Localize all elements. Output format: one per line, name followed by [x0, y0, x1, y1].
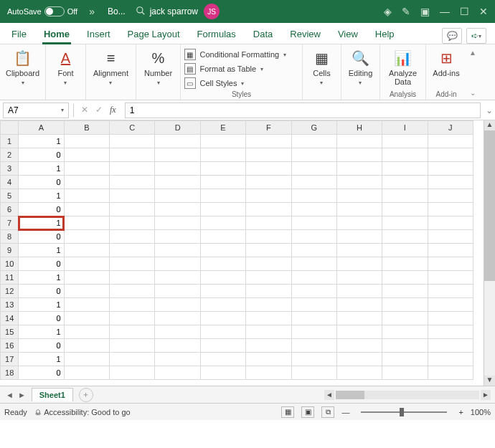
maximize-icon[interactable]: ☐: [460, 6, 469, 17]
cell[interactable]: [64, 148, 109, 162]
column-header[interactable]: J: [428, 121, 473, 135]
cell[interactable]: [155, 176, 200, 189]
cell[interactable]: [110, 325, 155, 339]
cell[interactable]: [336, 244, 382, 257]
cell[interactable]: [336, 203, 382, 216]
tab-review[interactable]: Review: [283, 24, 328, 44]
cell[interactable]: [428, 298, 473, 312]
cell[interactable]: [200, 298, 245, 312]
scroll-right-icon[interactable]: ►: [481, 390, 491, 400]
cell[interactable]: [336, 216, 382, 230]
cell[interactable]: [110, 244, 155, 257]
cell[interactable]: [246, 271, 291, 285]
cell[interactable]: [200, 339, 245, 353]
cell[interactable]: [155, 189, 200, 203]
cell[interactable]: [200, 366, 245, 380]
row-header[interactable]: 3: [1, 162, 19, 176]
cell[interactable]: [110, 285, 155, 298]
quick-access-more-icon[interactable]: »: [82, 6, 102, 17]
cell[interactable]: [428, 162, 473, 176]
cell[interactable]: [200, 176, 245, 189]
cell[interactable]: [382, 285, 428, 298]
cell[interactable]: [291, 244, 336, 257]
row-header[interactable]: 11: [1, 271, 19, 285]
comments-button[interactable]: 💬: [442, 28, 462, 44]
cell[interactable]: [246, 230, 291, 244]
cell[interactable]: [428, 285, 473, 298]
cell[interactable]: [64, 176, 109, 189]
cell[interactable]: [291, 135, 336, 148]
cell[interactable]: [428, 203, 473, 216]
cell[interactable]: [200, 135, 245, 148]
cell[interactable]: [336, 189, 382, 203]
cell[interactable]: [428, 271, 473, 285]
cell[interactable]: [246, 285, 291, 298]
chevron-down-icon[interactable]: ▾: [61, 107, 64, 113]
cell[interactable]: [155, 353, 200, 366]
cell[interactable]: [336, 135, 382, 148]
cell[interactable]: 0: [19, 312, 64, 325]
cell[interactable]: [428, 353, 473, 366]
cell[interactable]: [64, 162, 109, 176]
cell[interactable]: [110, 216, 155, 230]
cell[interactable]: [155, 366, 200, 380]
row-header[interactable]: 15: [1, 325, 19, 339]
cell[interactable]: [382, 366, 428, 380]
name-box[interactable]: A7 ▾: [3, 103, 69, 118]
zoom-slider[interactable]: [361, 411, 447, 413]
row-header[interactable]: 5: [1, 189, 19, 203]
cell[interactable]: [64, 285, 109, 298]
cell[interactable]: [64, 244, 109, 257]
cell[interactable]: [246, 135, 291, 148]
enter-icon[interactable]: ✓: [95, 105, 103, 115]
cell[interactable]: 1: [19, 271, 64, 285]
avatar[interactable]: JS: [204, 4, 220, 19]
cell[interactable]: [110, 135, 155, 148]
toggle-switch[interactable]: [44, 6, 65, 16]
cell[interactable]: [382, 298, 428, 312]
cell[interactable]: [110, 298, 155, 312]
cell[interactable]: [428, 339, 473, 353]
cell[interactable]: [336, 298, 382, 312]
cell[interactable]: [291, 325, 336, 339]
cell[interactable]: [246, 312, 291, 325]
cell[interactable]: [200, 203, 245, 216]
cell[interactable]: [336, 271, 382, 285]
cell[interactable]: [246, 244, 291, 257]
cell[interactable]: [291, 285, 336, 298]
cell[interactable]: [291, 353, 336, 366]
scroll-left-icon[interactable]: ◄: [324, 390, 334, 400]
cell[interactable]: [428, 148, 473, 162]
cell[interactable]: [110, 176, 155, 189]
cell-styles-button[interactable]: ▭Cell Styles ▾: [184, 77, 299, 89]
cell[interactable]: [110, 189, 155, 203]
cell[interactable]: 1: [19, 298, 64, 312]
column-header[interactable]: I: [382, 121, 428, 135]
cell[interactable]: [291, 271, 336, 285]
zoom-level[interactable]: 100%: [471, 408, 491, 416]
cell[interactable]: [246, 148, 291, 162]
cell[interactable]: [336, 325, 382, 339]
cell[interactable]: [428, 230, 473, 244]
tab-page-layout[interactable]: Page Layout: [121, 24, 187, 44]
cell[interactable]: [110, 353, 155, 366]
cell[interactable]: [428, 244, 473, 257]
tab-insert[interactable]: Insert: [80, 24, 118, 44]
column-header[interactable]: G: [291, 121, 336, 135]
column-header[interactable]: D: [155, 121, 200, 135]
font-button[interactable]: A Font▾: [46, 49, 86, 87]
cell[interactable]: 0: [19, 257, 64, 271]
cancel-icon[interactable]: ✕: [81, 105, 88, 115]
cell[interactable]: [155, 257, 200, 271]
cell[interactable]: [382, 162, 428, 176]
cell[interactable]: 0: [19, 285, 64, 298]
cell[interactable]: [64, 353, 109, 366]
cells-button[interactable]: ▦ Cells▾: [302, 49, 342, 87]
cell[interactable]: [246, 353, 291, 366]
cell[interactable]: [291, 298, 336, 312]
cell[interactable]: [428, 312, 473, 325]
conditional-formatting-button[interactable]: ▦Conditional Formatting ▾: [184, 49, 299, 60]
minimize-icon[interactable]: —: [440, 6, 450, 17]
cell[interactable]: [336, 285, 382, 298]
cell[interactable]: [110, 230, 155, 244]
